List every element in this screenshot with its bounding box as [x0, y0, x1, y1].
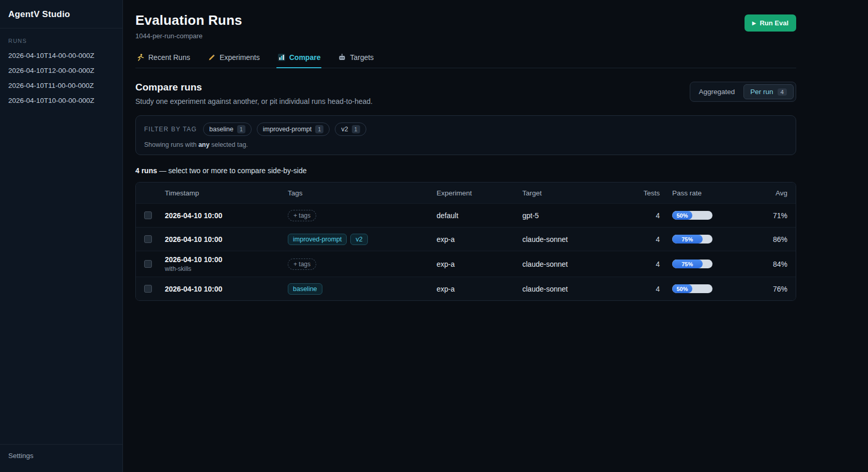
pencil-icon — [208, 53, 216, 62]
runs-table: Timestamp Tags Experiment Target Tests P… — [135, 182, 796, 301]
pass-rate-bar: 50% — [672, 284, 712, 293]
sidebar-run-item[interactable]: 2026-04-10T14-00-00-000Z — [0, 48, 122, 63]
column-header-tags: Tags — [288, 189, 437, 197]
app-title: AgentV Studio — [8, 9, 114, 20]
tab-bar: Recent Runs Experiments Compare Targets — [135, 52, 796, 68]
run-timestamp: 2026-04-10 10:00 — [165, 211, 288, 220]
run-eval-button[interactable]: ▶ Run Eval — [745, 14, 796, 32]
run-timestamp: 2026-04-10 10:00 with-skills — [165, 255, 288, 272]
run-timestamp: 2026-04-10 10:00 — [165, 235, 288, 243]
filter-by-tag-panel: FILTER BY TAG baseline 1 improved-prompt… — [135, 115, 796, 155]
sidebar-run-item[interactable]: 2026-04-10T11-00-00-000Z — [0, 78, 122, 93]
tab-label: Experiments — [220, 53, 260, 62]
tab-recent-runs[interactable]: Recent Runs — [135, 52, 191, 68]
sidebar-run-item[interactable]: 2026-04-10T12-00-00-000Z — [0, 63, 122, 78]
compare-title: Compare runs — [135, 82, 373, 93]
settings-link[interactable]: Settings — [8, 452, 114, 460]
run-target: claude-sonnet — [522, 260, 641, 268]
tab-label: Recent Runs — [148, 53, 190, 62]
pass-rate-fill: 75% — [672, 235, 703, 243]
run-avg: 76% — [750, 285, 787, 293]
pass-rate-bar: 50% — [672, 211, 712, 220]
run-experiment: exp-a — [437, 285, 522, 293]
column-header-pass-rate: Pass rate — [672, 189, 750, 197]
run-avg: 86% — [750, 235, 787, 243]
page-title: Evaluation Runs — [135, 12, 242, 28]
column-header-timestamp: Timestamp — [165, 189, 288, 197]
row-checkbox[interactable] — [144, 211, 152, 219]
table-header-row: Timestamp Tags Experiment Target Tests P… — [136, 182, 796, 203]
run-eval-label: Run Eval — [760, 19, 788, 27]
tab-label: Targets — [350, 53, 374, 62]
run-avg: 84% — [750, 260, 787, 268]
filter-tag-name: v2 — [341, 126, 348, 133]
sidebar-spacer — [0, 108, 122, 444]
run-tests: 4 — [641, 211, 672, 220]
pass-rate-label: 75% — [681, 261, 693, 267]
run-tag[interactable]: improved-prompt — [288, 234, 347, 245]
filter-tag-count: 1 — [237, 125, 245, 133]
column-header-tests: Tests — [641, 189, 672, 197]
filter-tag-name: baseline — [209, 126, 234, 133]
filter-tag-count: 1 — [315, 125, 323, 133]
page-subtitle: 1044-per-run-compare — [135, 32, 242, 40]
sidebar-runs-label: RUNS — [0, 28, 122, 48]
robot-icon — [338, 53, 346, 62]
row-checkbox[interactable] — [144, 235, 152, 243]
column-header-avg: Avg — [750, 189, 787, 197]
filter-by-tag-label: FILTER BY TAG — [144, 126, 197, 133]
main-content: Evaluation Runs 1044-per-run-compare ▶ R… — [123, 0, 868, 472]
bar-chart-icon — [277, 53, 286, 62]
pass-rate-label: 75% — [681, 236, 693, 242]
column-header-target: Target — [522, 189, 641, 197]
toggle-per-run[interactable]: Per run 4 — [743, 84, 794, 99]
pass-rate-bar: 75% — [672, 260, 712, 268]
sidebar-header: AgentV Studio — [0, 0, 122, 28]
run-timestamp: 2026-04-10 10:00 — [165, 285, 288, 293]
pass-rate-fill: 50% — [672, 211, 692, 220]
pass-rate-label: 50% — [676, 286, 688, 292]
run-target: claude-sonnet — [522, 285, 641, 293]
tab-experiments[interactable]: Experiments — [207, 52, 261, 68]
sidebar-run-item[interactable]: 2026-04-10T10-00-00-000Z — [0, 93, 122, 108]
filter-note: Showing runs with any selected tag. — [144, 141, 787, 148]
page-header: Evaluation Runs 1044-per-run-compare ▶ R… — [135, 12, 796, 40]
run-avg: 71% — [750, 211, 787, 220]
table-row: 2026-04-10 10:00 + tags default gpt-5 4 … — [136, 203, 796, 227]
sidebar-footer: Settings — [0, 444, 122, 472]
run-tests: 4 — [641, 260, 672, 268]
play-icon: ▶ — [752, 20, 756, 26]
run-tests: 4 — [641, 285, 672, 293]
compare-subtitle: Study one experiment against another, or… — [135, 97, 373, 105]
table-row: 2026-04-10 10:00 baseline exp-a claude-s… — [136, 277, 796, 300]
row-checkbox[interactable] — [144, 285, 152, 293]
filter-tag-v2[interactable]: v2 1 — [335, 123, 366, 136]
run-experiment: default — [437, 211, 522, 220]
add-tags-button[interactable]: + tags — [288, 258, 316, 270]
filter-tag-improved-prompt[interactable]: improved-prompt 1 — [257, 123, 330, 136]
run-target: claude-sonnet — [522, 235, 641, 243]
filter-tag-count: 1 — [352, 125, 360, 133]
tab-compare[interactable]: Compare — [276, 52, 322, 68]
add-tags-button[interactable]: + tags — [288, 210, 316, 221]
run-sublabel: with-skills — [165, 265, 288, 272]
run-tests: 4 — [641, 235, 672, 243]
run-experiment: exp-a — [437, 260, 522, 268]
run-tag[interactable]: v2 — [350, 234, 367, 245]
per-run-count-badge: 4 — [778, 88, 787, 96]
toggle-per-run-label: Per run — [750, 88, 773, 96]
sidebar: AgentV Studio RUNS 2026-04-10T14-00-00-0… — [0, 0, 123, 472]
filter-note-emphasis: any — [198, 141, 210, 148]
toggle-aggregated[interactable]: Aggregated — [692, 84, 742, 99]
runs-summary: 4 runs — select two or more to compare s… — [135, 166, 796, 175]
run-experiment: exp-a — [437, 235, 522, 243]
table-row: 2026-04-10 10:00 improved-prompt v2 exp-… — [136, 227, 796, 251]
pass-rate-label: 50% — [676, 212, 688, 219]
run-tag[interactable]: baseline — [288, 283, 322, 295]
filter-tag-baseline[interactable]: baseline 1 — [203, 123, 252, 136]
tab-targets[interactable]: Targets — [337, 52, 375, 68]
tab-label: Compare — [289, 53, 321, 62]
column-header-experiment: Experiment — [437, 189, 522, 197]
row-checkbox[interactable] — [144, 260, 152, 268]
compare-header: Compare runs Study one experiment agains… — [135, 82, 796, 105]
